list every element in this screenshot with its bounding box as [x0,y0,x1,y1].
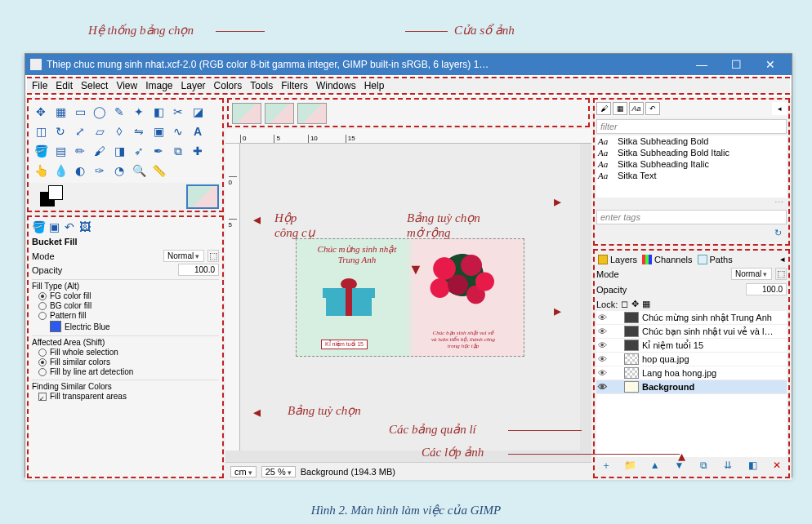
menu-colors[interactable]: Colors [214,80,243,91]
ink-tool-icon[interactable]: ✒ [149,142,167,160]
merge-down-icon[interactable]: ⇊ [721,459,734,472]
dock-menu-icon[interactable]: ◂ [780,254,785,264]
eraser-tool-icon[interactable]: ◨ [110,142,128,160]
text-tool-icon[interactable]: A [189,122,207,140]
pattern-fill-radio[interactable]: Pattern fill [38,311,219,320]
foreground-select-tool-icon[interactable]: ◪ [189,103,207,121]
tab-menu-icon[interactable]: ◂ [772,102,787,115]
raise-layer-icon[interactable]: ▲ [649,459,662,472]
channels-tab[interactable]: Channels [642,254,692,264]
menu-windows[interactable]: Windows [316,80,356,91]
zoom-tool-icon[interactable]: 🔍 [130,162,148,180]
device-status-tab-icon[interactable]: ▣ [47,220,60,233]
fg-fill-radio[interactable]: FG color fill [38,291,219,300]
duplicate-layer-icon[interactable]: ⧉ [697,459,710,472]
fill-similar-radio[interactable]: Fill similar colors [38,357,219,366]
ruler-horizontal[interactable]: 0 5 10 15 [225,129,591,144]
layer-row[interactable]: 👁hop qua.jpg [596,353,787,366]
mode-select[interactable]: Normal [163,250,204,262]
fill-transparent-check[interactable]: Fill transparent areas [38,392,219,401]
bucket-fill-tool-icon[interactable]: 🪣 [32,142,50,160]
layer-row[interactable]: 👁Kỉ niệm tuổi 15 [596,339,787,353]
menu-layer[interactable]: Layer [181,80,206,91]
layer-list[interactable]: 👁Chúc mừng sinh nhật Trung Anh 👁Chúc bạn… [596,311,787,457]
rect-select-tool-icon[interactable]: ▭ [71,103,89,121]
bg-fill-radio[interactable]: BG color fill [38,301,219,310]
scissors-tool-icon[interactable]: ✂ [169,103,187,121]
brushes-tab-icon[interactable]: 🖌 [596,102,611,115]
image-thumb[interactable] [297,103,327,124]
pencil-tool-icon[interactable]: ✏ [71,142,89,160]
font-filter-input[interactable]: filter [596,119,787,134]
move-tool-icon[interactable]: ✥ [32,103,50,121]
gradient-tool-icon[interactable]: ▤ [51,142,69,160]
vertical-scrollbar[interactable] [580,144,591,451]
eye-icon[interactable]: 👁 [598,340,608,350]
layer-row[interactable]: 👁Lang hoa hong.jpg [596,366,787,380]
fonts-tab-icon[interactable]: Aa [629,102,644,115]
lock-alpha-icon[interactable]: ▦ [642,299,650,309]
lock-position-icon[interactable]: ✥ [631,299,639,309]
fuzzy-select-tool-icon[interactable]: ✦ [130,103,148,121]
free-select-tool-icon[interactable]: ✎ [110,103,128,121]
perspective-tool-icon[interactable]: ◊ [110,122,128,140]
menu-tools[interactable]: Tools [250,80,273,91]
paths-tool-icon[interactable]: ✑ [91,162,109,180]
measure-tool-icon[interactable]: 📏 [149,162,167,180]
font-more-icon[interactable]: ⋯ [595,198,788,208]
history-tab-icon[interactable]: ↶ [645,102,660,115]
color-picker-tool-icon[interactable]: ◔ [110,162,128,180]
clone-tool-icon[interactable]: ⧉ [169,142,187,160]
opacity-input[interactable]: 100.0 [178,264,219,276]
blur-tool-icon[interactable]: 💧 [51,162,69,180]
pattern-swatch-row[interactable]: Electric Blue [50,321,219,332]
titlebar[interactable]: Thiep chuc mung sinh nhat.xcf-2.0 (RGB c… [25,54,792,75]
fill-whole-radio[interactable]: Fill whole selection [38,348,219,357]
images-tab-icon[interactable]: 🖼 [78,220,91,233]
scale-tool-icon[interactable]: ⤢ [71,122,89,140]
flip-tool-icon[interactable]: ⇋ [130,122,148,140]
crop-tool-icon[interactable]: ◫ [32,122,50,140]
bycolor-select-tool-icon[interactable]: ◧ [149,103,167,121]
delete-layer-icon[interactable]: ✕ [770,459,783,472]
zoom-select[interactable]: 25 % [261,466,296,477]
close-button[interactable]: ✕ [754,56,787,73]
menu-select[interactable]: Select [81,80,108,91]
minimize-button[interactable]: — [685,56,718,73]
align-tool-icon[interactable]: ▦ [51,103,69,121]
image-thumb[interactable] [265,103,294,124]
unit-select[interactable]: cm [230,466,257,477]
eye-icon[interactable]: 👁 [598,368,608,378]
airbrush-tool-icon[interactable]: ➶ [130,142,148,160]
eye-icon[interactable]: 👁 [598,313,608,322]
font-list[interactable]: AaSitka Subheading Bold AaSitka Subheadi… [596,135,787,198]
maximize-button[interactable]: ☐ [720,56,752,73]
heal-tool-icon[interactable]: ✚ [189,142,207,160]
menu-filters[interactable]: Filters [281,80,308,91]
menu-view[interactable]: View [116,80,137,91]
font-item[interactable]: AaSitka Subheading Bold [596,135,787,147]
layer-mode-select[interactable]: Normal [731,268,772,280]
active-image-thumb[interactable] [186,184,219,209]
canvas-image[interactable]: Chúc mừng sinh nhật Trung Anh Kỉ niệm tu… [296,238,524,357]
cage-tool-icon[interactable]: ▣ [149,122,167,140]
horizontal-scrollbar[interactable] [225,451,591,462]
new-group-icon[interactable]: 📁 [624,459,637,472]
layers-tab[interactable]: Layers [598,254,637,264]
menu-edit[interactable]: Edit [56,80,73,91]
fg-color-swatch[interactable] [48,185,63,200]
shear-tool-icon[interactable]: ▱ [91,122,109,140]
paintbrush-tool-icon[interactable]: 🖌 [91,142,109,160]
layer-opacity-input[interactable]: 100.0 [746,283,787,295]
rotate-tool-icon[interactable]: ↻ [51,122,69,140]
menu-image[interactable]: Image [145,80,172,91]
font-item[interactable]: AaSitka Subheading Italic [596,158,787,170]
tags-input[interactable]: enter tags [596,210,787,224]
font-item[interactable]: AaSitka Subheading Bold Italic [596,147,787,158]
undo-history-tab-icon[interactable]: ↶ [63,220,76,233]
mode-flag-icon[interactable]: ⬚ [207,250,219,262]
eye-icon[interactable]: 👁 [598,354,608,364]
image-thumb[interactable] [232,103,261,124]
layer-row[interactable]: 👁Background [596,380,787,394]
eye-icon[interactable]: 👁 [598,382,608,392]
